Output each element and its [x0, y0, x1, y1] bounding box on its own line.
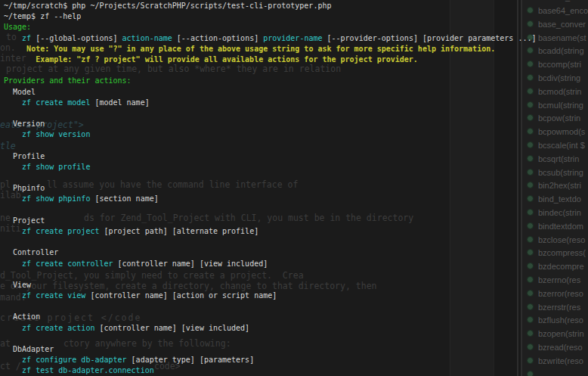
terminal-line: Profile: [4, 151, 588, 162]
terminal-line: zf [--global-options] action-name [--act…: [4, 33, 588, 44]
terminal-line: [4, 65, 588, 76]
screen: toon.interproject at any given time, but…: [0, 0, 588, 376]
terminal-line: [4, 334, 588, 344]
terminal-line: Action: [4, 312, 588, 322]
terminal-line: zf test db-adapter.connection: [4, 365, 588, 376]
terminal-line: zf create action [controller name] [view…: [4, 323, 588, 334]
terminal-line: Controller: [4, 247, 588, 258]
terminal-line: zf show phpinfo [section name]: [4, 194, 588, 204]
terminal-window[interactable]: ~/tmp/scratch$ php ~/Projects/ScratchPHP…: [4, 1, 588, 376]
terminal-line: Project: [4, 216, 588, 226]
terminal-line: [4, 140, 588, 151]
terminal-line: zf create controller [controller name] […: [4, 259, 588, 269]
terminal-line: zf create model [model name]: [4, 98, 588, 108]
terminal-line: zf configure db-adapter [adapter type] […: [4, 355, 588, 365]
terminal-line: Providers and their actions:: [4, 76, 588, 86]
terminal-line: Phpinfo: [4, 183, 588, 194]
terminal-line: zf show profile: [4, 162, 588, 172]
terminal-line: ~/tmp/scratch$ php ~/Projects/ScratchPHP…: [4, 1, 588, 11]
terminal-line: Note: You may use "?" in any place of th…: [4, 44, 588, 54]
terminal-line: [4, 172, 588, 183]
terminal-line: [4, 269, 588, 280]
terminal-line: zf create project [project path] [altern…: [4, 226, 588, 237]
terminal-line: Version: [4, 119, 588, 129]
terminal-line: [4, 301, 588, 312]
terminal-line: [4, 205, 588, 216]
terminal-line: ~/temp$ zf --help: [4, 11, 588, 22]
terminal-line: Usage:: [4, 22, 588, 33]
terminal-line: [4, 237, 588, 247]
terminal-line: Model: [4, 87, 588, 98]
terminal-line: View: [4, 280, 588, 291]
terminal-line: zf show version: [4, 129, 588, 140]
terminal-line: DbAdapter: [4, 344, 588, 355]
terminal-line: Example: "zf ? project" will provide all…: [4, 54, 588, 65]
terminal-line: zf create view [controller name] [action…: [4, 291, 588, 301]
terminal-line: [4, 108, 588, 119]
